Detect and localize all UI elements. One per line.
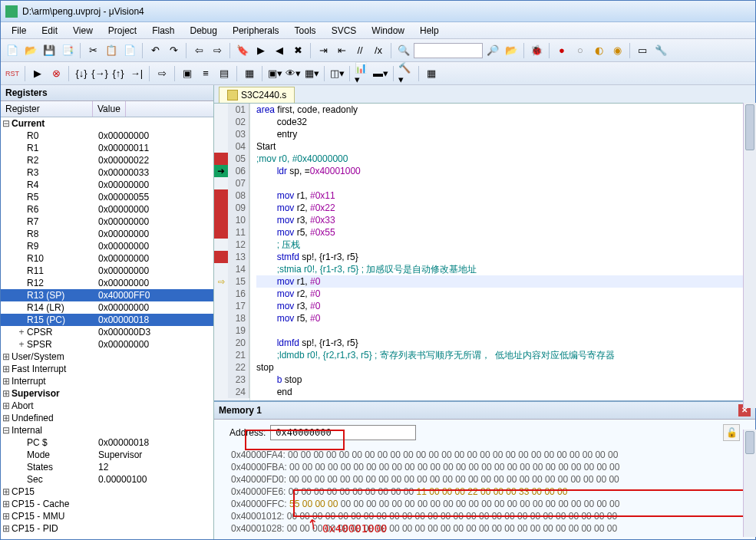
- find-combo[interactable]: [414, 43, 483, 58]
- gutter-line[interactable]: 21: [214, 349, 249, 361]
- menu-file[interactable]: File: [4, 24, 34, 38]
- reg-group[interactable]: ⊞CP15 - MMU: [1, 510, 213, 522]
- gutter-line[interactable]: 17: [214, 300, 249, 312]
- reg-row[interactable]: +CPSR0x000000D3: [1, 326, 213, 338]
- saveall-icon[interactable]: 📑: [59, 42, 76, 59]
- gutter-line[interactable]: 20: [214, 337, 249, 349]
- registers-icon[interactable]: ▦: [241, 65, 258, 82]
- gutter-line[interactable]: 10: [214, 214, 249, 226]
- run-icon[interactable]: ▶: [29, 65, 46, 82]
- stop-icon[interactable]: ⊗: [48, 65, 64, 82]
- comment-icon[interactable]: //: [352, 42, 368, 59]
- reg-row[interactable]: R40x00000000: [1, 179, 213, 191]
- update-icon[interactable]: ▦: [423, 65, 440, 82]
- toolbox-icon[interactable]: 🔨▾: [398, 65, 414, 82]
- reg-group[interactable]: ⊞Supervisor: [1, 387, 213, 400]
- analyzer-icon[interactable]: 📊▾: [354, 65, 371, 82]
- reg-row[interactable]: R110x00000000: [1, 265, 213, 277]
- run-cursor-icon[interactable]: →|: [128, 65, 145, 82]
- bookmark-prev-icon[interactable]: ◀: [271, 42, 288, 59]
- code-line[interactable]: ;ldmdb r0!, {r2,r1,r3, r5} ; 寄存列表书写顺序无所谓…: [256, 349, 755, 361]
- debug-icon[interactable]: 🐞: [528, 42, 545, 59]
- nav-back-icon[interactable]: ⇦: [190, 42, 207, 59]
- cut-icon[interactable]: ✂: [84, 42, 101, 59]
- gutter-line[interactable]: 09: [214, 202, 249, 214]
- code-line[interactable]: ;mov r0, #0x40000000: [256, 153, 755, 165]
- redo-icon[interactable]: ↷: [165, 42, 182, 59]
- memory-dump[interactable]: 0x40000FA4: 00 00 00 00 00 00 00 00 00 0…: [214, 449, 755, 539]
- editor-scrollbar[interactable]: [743, 103, 756, 408]
- reg-row[interactable]: R50x00000055: [1, 191, 213, 203]
- menu-debug[interactable]: Debug: [183, 24, 225, 38]
- code-line[interactable]: stop: [256, 361, 755, 374]
- new-icon[interactable]: 📄: [4, 42, 21, 59]
- gutter-line[interactable]: 11: [214, 226, 249, 239]
- reg-group[interactable]: ⊟Internal: [1, 424, 213, 436]
- bookmark-clear-icon[interactable]: ✖: [289, 42, 306, 59]
- gutter-line[interactable]: 24: [214, 386, 249, 398]
- window-icon[interactable]: ▭: [634, 42, 651, 59]
- code-line[interactable]: mov r3, #0x33: [256, 214, 755, 226]
- reg-group[interactable]: ⊞Abort: [1, 400, 213, 412]
- reg-group[interactable]: ⊞CP15 - PID: [1, 522, 213, 535]
- reg-row[interactable]: R60x00000000: [1, 203, 213, 216]
- gutter-line[interactable]: 18: [214, 312, 249, 324]
- copy-icon[interactable]: 📋: [103, 42, 120, 59]
- gutter-line[interactable]: 14: [214, 263, 249, 275]
- reg-group[interactable]: ⊞CP15: [1, 486, 213, 498]
- breakpoint-icon[interactable]: ●: [553, 42, 570, 59]
- reg-group[interactable]: ⊞User/System: [1, 351, 213, 363]
- undo-icon[interactable]: ↶: [147, 42, 163, 59]
- code-line[interactable]: area first, code, readonly: [256, 104, 755, 116]
- memory-addr-input[interactable]: [270, 425, 416, 440]
- reg-row[interactable]: R30x00000033: [1, 166, 213, 179]
- code-line[interactable]: mov r5, #0: [256, 312, 755, 324]
- menu-view[interactable]: View: [65, 24, 101, 38]
- serial-icon[interactable]: ◫▾: [328, 65, 345, 82]
- uncomment-icon[interactable]: /x: [370, 42, 387, 59]
- reg-group[interactable]: ⊞CP15 - Cache: [1, 498, 213, 510]
- reg-row[interactable]: PC $0x00000018: [1, 436, 213, 449]
- nav-fwd-icon[interactable]: ⇨: [209, 42, 226, 59]
- code-line[interactable]: mov r1, #0: [256, 275, 755, 288]
- reg-row[interactable]: R00x00000000: [1, 130, 213, 142]
- code-line[interactable]: mov r3, #0: [256, 300, 755, 312]
- reg-row[interactable]: R90x00000000: [1, 240, 213, 252]
- reg-row[interactable]: R14 (LR)0x00000000: [1, 301, 213, 314]
- step-out-icon[interactable]: {↑}: [110, 65, 127, 82]
- code-line[interactable]: mov r1, #0x11: [256, 189, 755, 202]
- code-line[interactable]: [256, 177, 755, 189]
- find-icon[interactable]: 🔍: [395, 42, 412, 59]
- bp-disable-icon[interactable]: ○: [572, 42, 589, 59]
- code-line[interactable]: entry: [256, 128, 755, 140]
- gutter-line[interactable]: 05: [214, 153, 249, 165]
- menu-tools[interactable]: Tools: [287, 24, 324, 38]
- config-icon[interactable]: 🔧: [652, 42, 669, 59]
- reg-row[interactable]: Sec0.00000100: [1, 473, 213, 486]
- bookmark-icon[interactable]: 🔖: [234, 42, 251, 59]
- code-line[interactable]: mov r5, #0x55: [256, 226, 755, 239]
- save-icon[interactable]: 💾: [41, 42, 58, 59]
- code-line[interactable]: ldmfd sp!, {r1-r3, r5}: [256, 337, 755, 349]
- memory-icon[interactable]: ▦▾: [303, 65, 320, 82]
- lock-icon[interactable]: 🔓: [723, 424, 740, 441]
- code-line[interactable]: Start: [256, 140, 755, 153]
- gutter-line[interactable]: 12: [214, 239, 249, 251]
- find-next-icon[interactable]: 🔎: [484, 42, 501, 59]
- gutter-line[interactable]: 01: [214, 104, 249, 116]
- code-line[interactable]: end: [256, 386, 755, 398]
- show-next-icon[interactable]: ⇨: [154, 65, 170, 82]
- reg-row[interactable]: R20x00000022: [1, 154, 213, 166]
- code-line[interactable]: b stop: [256, 374, 755, 386]
- code-line[interactable]: ;stmia r0!, {r1-r3, r5} ; 加感叹号是自动修改基地址: [256, 263, 755, 275]
- code-line[interactable]: ; 压栈: [256, 239, 755, 251]
- reg-group[interactable]: ⊟Current: [1, 117, 213, 130]
- code-line[interactable]: stmfd sp!, {r1-r3, r5}: [256, 251, 755, 263]
- menu-window[interactable]: Window: [364, 24, 412, 38]
- reg-group[interactable]: ⊞Fast Interrupt: [1, 363, 213, 375]
- menu-help[interactable]: Help: [412, 24, 447, 38]
- gutter-line[interactable]: 16: [214, 288, 249, 300]
- gutter-line[interactable]: 22: [214, 361, 249, 374]
- bookmark-next-icon[interactable]: ▶: [253, 42, 269, 59]
- bp-killall-icon[interactable]: ◉: [609, 42, 626, 59]
